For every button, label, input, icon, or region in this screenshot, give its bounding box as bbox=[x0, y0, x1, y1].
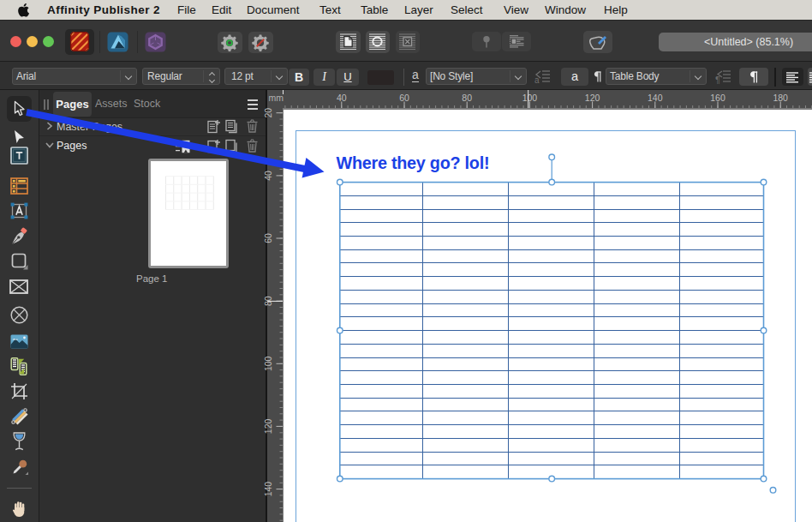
svg-text:a: a bbox=[534, 75, 540, 85]
svg-text:¶: ¶ bbox=[715, 75, 720, 85]
